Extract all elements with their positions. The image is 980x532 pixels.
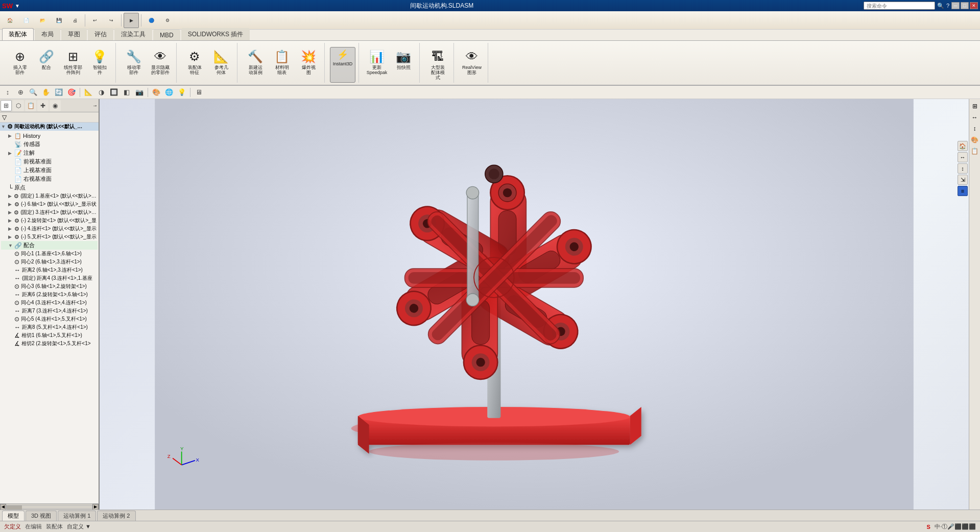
annotations-expand-icon[interactable]: ▶ [8,151,14,156]
tree-item-history[interactable]: ▶ 📋 History [1,132,98,140]
right-float-btn-2[interactable]: ↔ [958,152,968,162]
menu-icon[interactable]: ▼ [15,3,20,9]
panel-tab-appearance[interactable]: ◉ [50,100,61,111]
section-view-button[interactable]: ◧ [121,87,132,98]
ribbon-large-assembly[interactable]: 🏗 大型装配体模式 [425,47,450,83]
panel-tab-properties[interactable]: 📋 [25,100,36,111]
toolbar-home-icon[interactable]: 🏠 [2,13,17,28]
tree-item-concentric2[interactable]: ⊙ 同心2 (6.轴<1>,3.连杆<1>) [1,258,98,266]
camera-button[interactable]: 📷 [134,87,145,98]
filter-icon[interactable]: ▽ [2,114,7,121]
tab-mbd[interactable]: MBD [153,30,180,40]
ribbon-snapshot[interactable]: 📷 拍快照 [391,47,416,83]
tree-item-origin[interactable]: └ 原点 [1,183,98,192]
fork-expand-icon[interactable]: ▶ [8,234,14,239]
scroll-track[interactable] [6,505,92,509]
mates-expand-icon[interactable]: ▼ [8,243,14,248]
toolbar-save-icon[interactable]: 💾 [51,13,66,28]
right-tab-5[interactable]: 📋 [970,146,980,156]
toolbar-open-icon[interactable]: 📂 [35,13,50,28]
tree-item-distance4[interactable]: ↔ (固定) 距离4 (3.连杆<1>,1.基座 [1,274,98,282]
close-button[interactable]: ✕ [970,2,978,9]
lighting-button[interactable]: 💡 [176,87,187,98]
tree-item-link2[interactable]: ▶ ⚙ (-) 4.连杆<1> (默认<<默认>_显示 [1,225,98,233]
tab-plugins[interactable]: SOLIDWORKS 插件 [181,28,250,40]
ribbon-new-motion[interactable]: 🔨 新建运动算例 [243,47,268,83]
history-expand-icon[interactable]: ▶ [8,133,14,138]
tree-item-distance7[interactable]: ↔ 距离7 (3.连杆<1>,4.连杆<1>) [1,307,98,315]
view-orient-button[interactable]: 🎯 [66,87,77,98]
tree-item-base[interactable]: ▶ ⚙ (固定) 1.基座<1> (默认<<默认>_显 [1,192,98,200]
right-tab-1[interactable]: ⊞ [970,101,980,111]
link2-expand-icon[interactable]: ▶ [8,226,14,231]
tree-item-top-plane[interactable]: 📄 上视基准面 [1,166,98,175]
ime-indicator[interactable]: S [927,524,930,530]
tab-layout[interactable]: 布局 [35,28,60,40]
tree-item-distance8[interactable]: ↔ 距离8 (5.叉杆<1>,4.连杆<1>) [1,323,98,331]
display-settings-button[interactable]: 🖥 [193,87,204,98]
ribbon-smart-fasteners[interactable]: 💡 智能扣件 [87,47,112,83]
search-input[interactable] [864,2,935,10]
sketch-display-button[interactable]: 📐 [83,87,94,98]
ribbon-mate[interactable]: 🔗 配合 [34,47,59,83]
toolbar-new-icon[interactable]: 📄 [18,13,34,28]
bottom-tab-model[interactable]: 模型 [2,511,25,521]
panel-tab-model[interactable]: ⊞ [1,100,12,111]
zoom-area-button[interactable]: 🔍 [28,87,39,98]
help-icon[interactable]: ? [946,3,949,9]
status-customize[interactable]: 自定义 ▼ [67,523,91,530]
tree-item-front-plane[interactable]: 📄 前视基准面 [1,157,98,166]
tree-item-right-plane[interactable]: 📄 右视基准面 [1,175,98,183]
bottom-tab-3d[interactable]: 3D 视图 [26,511,57,521]
display-mode-button[interactable]: 🔲 [108,87,119,98]
tree-item-concentric3[interactable]: ⊙ 同心3 (6.轴<1>,2.旋转架<1>) [1,282,98,291]
bottom-tab-motion2[interactable]: 运动算例 2 [97,511,135,521]
tab-assembly[interactable]: 装配体 [2,28,34,40]
search-icon[interactable]: 🔍 [937,3,944,9]
panel-tab-more[interactable]: → [92,103,98,108]
zoom-fit-button[interactable]: ↕ [2,87,13,98]
toolbar-options-icon[interactable]: ⚙ [160,13,175,28]
tab-sketch[interactable]: 草图 [61,28,87,40]
right-tab-4[interactable]: 🎨 [970,135,980,145]
tree-item-distance6[interactable]: ↔ 距离6 (2.旋转架<1>,6.轴<1>) [1,291,98,299]
ribbon-linear-pattern[interactable]: ⊞ 线性零部件阵列 [60,47,86,83]
maximize-button[interactable]: □ [961,2,969,9]
tree-item-distance2[interactable]: ↔ 距离2 (6.轴<1>,3.连杆<1>) [1,266,98,274]
scroll-right-button[interactable]: ▶ [92,504,99,510]
rotor-expand-icon[interactable]: ▶ [8,218,14,223]
appearance-button[interactable]: 🎨 [151,87,162,98]
tree-item-tangent2[interactable]: ∡ 相切2 (2.旋转架<1>,5.叉杆<1> [1,340,98,348]
base-expand-icon[interactable]: ▶ [8,194,14,199]
ribbon-speedpak[interactable]: 📊 更新Speedpak [364,47,390,83]
tree-item-shaft[interactable]: ▶ ⚙ (-) 6.轴<1> (默认<<默认>_显示状 [1,200,98,208]
right-float-btn-1[interactable]: 🏠 [958,141,968,151]
link1-expand-icon[interactable]: ▶ [8,210,14,215]
scroll-left-button[interactable]: ◀ [0,504,6,510]
ribbon-realview[interactable]: 👁 RealView图形 [459,47,485,83]
zoom-in-button[interactable]: ⊕ [15,87,26,98]
ribbon-assembly-feature[interactable]: ⚙ 装配体特征 [182,47,207,83]
right-float-btn-3[interactable]: ↕ [958,163,968,174]
pan-button[interactable]: ✋ [40,87,52,98]
tree-item-sensors[interactable]: 📡 传感器 [1,140,98,149]
toolbar-select-icon[interactable]: ▶ [124,13,139,28]
rotate-button[interactable]: 🔄 [53,87,64,98]
panel-tab-config[interactable]: ⬡ [13,100,24,111]
tree-item-tangent1[interactable]: ∡ 相切1 (6.轴<1>,5.叉杆<1>) [1,331,98,340]
tree-item-link1[interactable]: ▶ ⚙ (固定) 3.连杆<1> (默认<<默认>_显 [1,208,98,216]
right-tab-3[interactable]: ↕ [970,124,980,134]
tab-render[interactable]: 渲染工具 [114,28,152,40]
tree-item-concentric5[interactable]: ⊙ 同心5 (4.连杆<1>,5.叉杆<1>) [1,315,98,323]
ribbon-insert-component[interactable]: ⊕ 插入零部件 [7,47,33,83]
tree-item-fork[interactable]: ▶ ⚙ (-) 5.叉杆<1> (默认<<默认>_显示 [1,233,98,241]
ribbon-explode[interactable]: 💥 爆炸视图 [296,47,321,83]
tree-item-concentric4[interactable]: ⊙ 同心4 (3.连杆<1>,4.连杆<1>) [1,299,98,307]
scroll-thumb[interactable] [7,505,22,510]
panel-tab-display[interactable]: ✚ [37,100,49,111]
minimize-button[interactable]: ─ [951,2,960,9]
right-tab-2[interactable]: ↔ [970,112,980,123]
toolbar-redo-icon[interactable]: ↪ [104,13,119,28]
tree-item-mates[interactable]: ▼ 🔗 配合 [1,241,98,250]
tree-item-annotations[interactable]: ▶ 📝 注解 [1,149,98,157]
